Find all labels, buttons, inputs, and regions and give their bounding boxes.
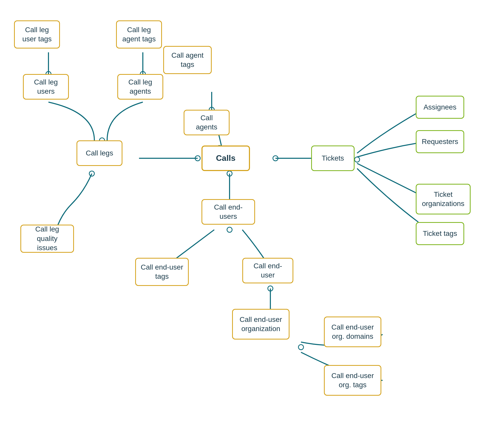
call-end-user-node: Call end-user — [242, 258, 293, 283]
assignees-node: Assignees — [416, 96, 464, 119]
call-end-users-label: Call end-users — [207, 203, 250, 221]
call-legs-label: Call legs — [86, 149, 113, 158]
svg-point-8 — [227, 227, 232, 232]
svg-point-9 — [268, 286, 273, 291]
call-leg-agent-tags-label: Call legagent tags — [122, 25, 156, 44]
call-leg-agents-node: Call legagents — [117, 74, 163, 100]
call-leg-user-tags-node: Call leguser tags — [14, 20, 60, 49]
call-end-user-org-tags-node: Call end-userorg. tags — [324, 365, 381, 396]
call-leg-users-node: Call legusers — [23, 74, 69, 100]
svg-point-10 — [298, 345, 304, 350]
svg-point-11 — [273, 156, 278, 161]
call-agents-label: Call agents — [189, 113, 224, 132]
call-leg-agent-tags-node: Call legagent tags — [116, 20, 162, 49]
assignees-label: Assignees — [423, 103, 456, 112]
call-leg-user-tags-label: Call leguser tags — [22, 25, 52, 44]
ticket-tags-node: Ticket tags — [416, 222, 464, 245]
svg-point-7 — [227, 171, 232, 176]
call-agent-tags-label: Call agenttags — [171, 51, 204, 69]
tickets-label: Tickets — [322, 154, 344, 163]
call-end-user-org-node: Call end-userorganization — [232, 309, 289, 340]
svg-point-12 — [355, 157, 360, 162]
call-end-user-org-domains-node: Call end-userorg. domains — [324, 317, 381, 347]
calls-node: Calls — [201, 146, 250, 171]
requesters-label: Requesters — [422, 137, 458, 146]
call-leg-quality-node: Call legquality issues — [20, 225, 74, 253]
call-end-user-label: Call end-user — [248, 261, 288, 280]
svg-point-4 — [195, 156, 200, 161]
call-end-user-org-domains-label: Call end-userorg. domains — [331, 323, 374, 341]
call-end-user-tags-node: Call end-usertags — [135, 258, 189, 286]
call-agents-node: Call agents — [184, 110, 230, 135]
call-legs-node: Call legs — [77, 140, 122, 166]
call-end-users-node: Call end-users — [201, 199, 255, 225]
ticket-orgs-node: Ticketorganizations — [416, 184, 471, 214]
requesters-node: Requesters — [416, 130, 464, 153]
diagram-container: Calls Call legs Call legusers Call legag… — [0, 0, 504, 436]
call-end-user-tags-label: Call end-usertags — [141, 263, 183, 281]
call-leg-agents-label: Call legagents — [128, 78, 152, 96]
ticket-tags-label: Ticket tags — [423, 229, 457, 238]
call-agent-tags-node: Call agenttags — [163, 46, 212, 74]
tickets-node: Tickets — [311, 146, 355, 171]
call-leg-users-label: Call legusers — [34, 78, 58, 96]
svg-point-3 — [89, 171, 94, 176]
ticket-orgs-label: Ticketorganizations — [422, 190, 464, 209]
calls-label: Calls — [216, 153, 235, 164]
call-leg-quality-label: Call legquality issues — [26, 225, 69, 252]
call-end-user-org-tags-label: Call end-userorg. tags — [331, 371, 374, 390]
call-end-user-org-label: Call end-userorganization — [240, 315, 282, 334]
